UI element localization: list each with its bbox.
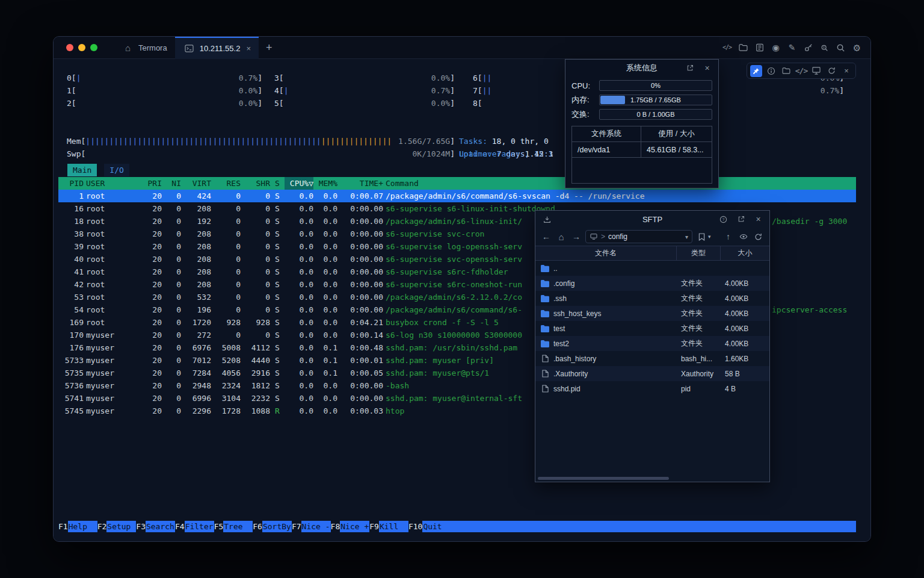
record-icon[interactable]: ◉ <box>769 42 782 54</box>
swap-usage-row: 交换: 0 B / 1.00GB <box>565 109 718 120</box>
file-type: 文件夹 <box>676 338 720 349</box>
home-icon: ⌂ <box>122 42 134 54</box>
column-header-virt[interactable]: VIRT <box>181 177 211 190</box>
search-icon[interactable] <box>834 42 847 54</box>
fnkey-filter[interactable]: F4Filter <box>175 521 214 532</box>
zoom-window-button[interactable] <box>90 44 97 51</box>
cell-user: myuser <box>84 367 140 379</box>
cell-virt: 208 <box>181 253 211 266</box>
filename-column-header[interactable]: 文件名 <box>535 246 676 260</box>
file-row[interactable]: .bash_historybash_hi...1.60KB <box>535 351 769 366</box>
file-name: test <box>553 325 565 333</box>
htop-tab-main[interactable]: Main <box>67 164 97 176</box>
tab-session[interactable]: 10.211.55.2 × <box>175 37 259 59</box>
folder-icon[interactable] <box>780 65 792 77</box>
column-header-cpu[interactable]: CPU%▽ <box>285 177 313 190</box>
refresh-icon[interactable] <box>753 230 765 243</box>
column-header-shr[interactable]: SHR <box>241 177 270 190</box>
screen-icon[interactable] <box>810 65 822 77</box>
cell-mem: 0.1 <box>313 341 337 354</box>
forward-icon[interactable]: → <box>570 230 582 243</box>
cell-res: 1728 <box>211 405 241 417</box>
file-row[interactable]: .XauthorityXauthority58 B <box>535 366 769 381</box>
cell-res: 928 <box>211 316 241 329</box>
column-header-pri[interactable]: PRI <box>140 177 162 190</box>
close-icon[interactable]: × <box>701 62 713 75</box>
function-key-bar: F1HelpF2SetupF3SearchF4FilterF5TreeF6Sor… <box>58 521 856 532</box>
log-icon[interactable] <box>753 42 766 54</box>
find-icon[interactable] <box>818 42 831 54</box>
open-in-new-icon[interactable] <box>683 62 696 75</box>
tab-home[interactable]: ⌂ Termora <box>114 37 175 59</box>
show-hidden-icon[interactable] <box>738 230 750 243</box>
download-icon[interactable] <box>541 211 553 228</box>
file-type: 文件夹 <box>676 293 720 303</box>
settings-icon[interactable]: ⚙ <box>851 42 863 54</box>
close-window-button[interactable] <box>66 44 73 51</box>
cpu-meter-row: 1[0.0%]4[|0.7%]7[||0.7%] <box>67 84 856 97</box>
fnkey-nice[interactable]: F7Nice - <box>292 521 331 532</box>
help-icon[interactable]: ? <box>717 213 730 226</box>
fnkey-search[interactable]: F3Search <box>136 521 175 532</box>
path-breadcrumb[interactable]: > config ▾ <box>585 230 692 243</box>
minimize-window-button[interactable] <box>78 44 85 51</box>
parent-directory-icon[interactable]: ↑ <box>722 230 735 243</box>
cell-ni: 0 <box>162 278 181 291</box>
cell-st: S <box>270 228 285 240</box>
file-row[interactable]: .ssh文件夹4.00KB <box>535 291 769 306</box>
size-column-header[interactable]: 大小 <box>720 246 769 260</box>
cell-shr: 0 <box>241 202 270 215</box>
filesystem-table: 文件系统 使用 / 大小 /dev/vda1 45.61GB / 58.3... <box>571 126 712 184</box>
code-icon[interactable]: </> <box>795 65 807 77</box>
fnkey-nice[interactable]: F8Nice + <box>331 521 370 532</box>
horizontal-scrollbar[interactable] <box>538 477 669 480</box>
swap-label: 交换: <box>571 109 596 120</box>
back-icon[interactable]: ← <box>540 230 552 243</box>
cell-ni: 0 <box>162 405 181 417</box>
fnkey-setup[interactable]: F2Setup <box>97 521 137 532</box>
tab-close-icon[interactable]: × <box>246 44 251 53</box>
fnkey-sortby[interactable]: F6SortBy <box>253 521 292 532</box>
column-header-time[interactable]: TIME+ <box>337 177 383 190</box>
memory-usage-row: 内存: 1.75GB / 7.65GB <box>565 95 718 105</box>
chevron-down-icon[interactable]: ▾ <box>685 234 688 240</box>
bookmark-menu[interactable]: ▾ <box>695 230 711 243</box>
column-header-st[interactable]: S <box>270 177 285 190</box>
column-header-pid[interactable]: PID <box>58 177 84 190</box>
file-row[interactable]: .config文件夹4.00KB <box>535 276 769 291</box>
file-row[interactable]: test文件夹4.00KB <box>535 321 769 336</box>
file-row[interactable]: .. <box>535 261 769 276</box>
key-icon[interactable] <box>802 42 815 54</box>
open-in-new-icon[interactable] <box>735 213 747 226</box>
file-row[interactable]: sshd.pidpid4 B <box>535 381 769 396</box>
cell-mem: 0.0 <box>313 278 337 291</box>
edit-icon[interactable]: ✎ <box>786 42 798 54</box>
new-tab-button[interactable]: + <box>259 42 280 54</box>
pin-icon[interactable] <box>750 65 762 77</box>
fnkey-help[interactable]: F1Help <box>58 521 97 532</box>
file-row[interactable]: test2文件夹4.00KB <box>535 336 769 351</box>
cell-cpu: 0.0 <box>285 228 313 240</box>
close-icon[interactable]: × <box>840 65 852 77</box>
info-icon[interactable] <box>765 65 777 77</box>
close-icon[interactable]: × <box>752 213 765 226</box>
column-header-user[interactable]: USER <box>84 177 140 190</box>
home-icon[interactable]: ⌂ <box>555 230 567 243</box>
column-header-mem[interactable]: MEM% <box>313 177 337 190</box>
htop-tab-io[interactable]: I/O <box>104 164 129 176</box>
fnkey-kill[interactable]: F9Kill <box>369 521 408 532</box>
cell-user: root <box>84 278 140 291</box>
file-row[interactable]: ssh_host_keys文件夹4.00KB <box>535 306 769 321</box>
cell-cpu: 0.0 <box>285 266 313 278</box>
cell-time: 0:00.00 <box>337 228 383 240</box>
fnkey-quit[interactable]: F10Quit <box>408 521 452 532</box>
column-header-res[interactable]: RES <box>211 177 241 190</box>
refresh-icon[interactable] <box>825 65 837 77</box>
column-header-ni[interactable]: NI <box>162 177 181 190</box>
fnkey-tree[interactable]: F5Tree <box>214 521 253 532</box>
cell-cpu: 0.0 <box>285 278 313 291</box>
type-column-header[interactable]: 类型 <box>676 246 720 260</box>
folder-icon[interactable] <box>737 42 750 54</box>
code-icon[interactable]: </> <box>721 42 733 54</box>
process-row[interactable]: 1root20042400S0.00.00:00.07/package/admi… <box>58 190 856 202</box>
